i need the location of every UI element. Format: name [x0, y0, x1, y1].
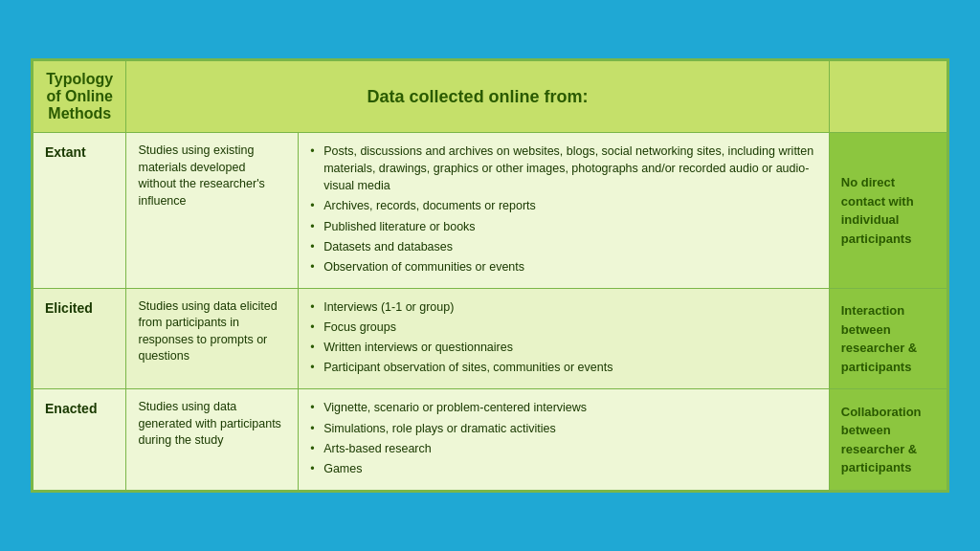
list-item: Simulations, role plays or dramatic acti…	[310, 420, 817, 437]
row-type-enacted: Enacted	[33, 389, 126, 491]
list-item: Participant observation of sites, commun…	[310, 359, 817, 376]
list-item: Vignette, scenario or problem-centered i…	[310, 399, 817, 416]
list-item: Archives, records, documents or reports	[310, 197, 817, 214]
row-type-elicited: Elicited	[33, 288, 126, 389]
list-item: Datasets and databases	[310, 238, 817, 255]
list-item: Focus groups	[310, 319, 817, 336]
row-description-2: Studies using data generated with partic…	[126, 389, 299, 491]
list-item: Published literature or books	[310, 218, 817, 235]
row-contact-2: Collaboration between researcher & parti…	[829, 389, 947, 491]
main-table-wrapper: Typology of Online Methods Data collecte…	[31, 58, 949, 493]
list-item: Interviews (1-1 or group)	[310, 298, 817, 316]
row-data-items-0: Posts, discussions and archives on websi…	[299, 133, 830, 289]
list-item: Written interviews or questionnaires	[310, 339, 817, 356]
list-item: Posts, discussions and archives on websi…	[310, 143, 817, 194]
header-empty	[829, 61, 947, 133]
row-description-1: Studies using data elicited from partici…	[126, 288, 299, 389]
list-item: Observation of communities or events	[310, 258, 817, 276]
list-item: Arts-based research	[310, 440, 817, 457]
row-data-items-1: Interviews (1-1 or group)Focus groupsWri…	[299, 288, 830, 389]
header-typology: Typology of Online Methods	[33, 61, 126, 133]
list-item: Games	[310, 460, 817, 477]
row-contact-0: No direct contact with individual partic…	[829, 133, 947, 289]
row-type-extant: Extant	[33, 133, 126, 289]
header-data-collected: Data collected online from:	[126, 61, 829, 133]
row-description-0: Studies using existing materials develop…	[126, 133, 299, 289]
row-data-items-2: Vignette, scenario or problem-centered i…	[299, 389, 830, 491]
row-contact-1: Interaction between researcher & partici…	[829, 288, 947, 389]
